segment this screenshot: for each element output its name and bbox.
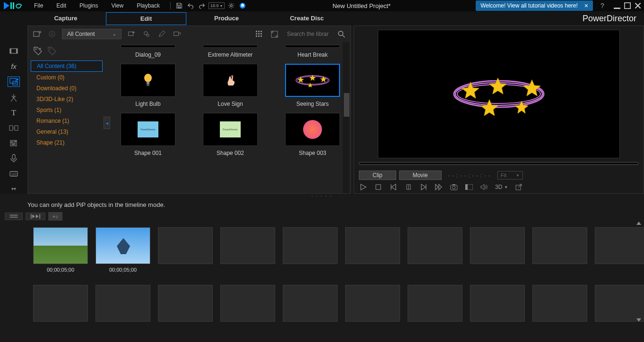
library-thumbnail[interactable]: PowerDirector — [121, 113, 175, 146]
audio-mixing-room-icon[interactable] — [8, 138, 20, 148]
prev-frame-icon[interactable] — [389, 183, 398, 191]
library-item[interactable]: Shape 003 — [279, 113, 346, 156]
clip-thumbnail[interactable] — [33, 227, 88, 264]
title-room-icon[interactable]: T — [8, 108, 20, 118]
volume-icon[interactable] — [480, 183, 488, 191]
tutorial-banner-close-icon[interactable]: × — [584, 2, 588, 9]
help-icon[interactable]: ? — [598, 1, 607, 10]
tag-manage-icon[interactable] — [47, 46, 57, 56]
library-thumbnail[interactable] — [203, 45, 258, 48]
empty-slot[interactable] — [532, 285, 587, 322]
category-item[interactable]: All Content (36) — [31, 60, 103, 72]
minimize-icon[interactable] — [614, 2, 620, 9]
library-item[interactable]: Love Sign — [197, 64, 263, 107]
expand-rooms-icon[interactable]: ▾▾ — [8, 184, 20, 194]
tag-icon[interactable] — [33, 46, 43, 56]
library-item[interactable]: PowerDirectorShape 002 — [197, 113, 263, 156]
search-icon[interactable] — [336, 29, 347, 39]
library-item[interactable]: Seeing Stars — [279, 64, 346, 107]
tutorial-banner[interactable]: Welcome! View all tutorial videos here! … — [476, 0, 593, 11]
modify-pip-icon[interactable] — [141, 29, 152, 39]
voiceover-room-icon[interactable] — [8, 154, 20, 163]
chapter-room-icon[interactable]: 123 — [8, 169, 20, 179]
clip-thumbnail[interactable] — [96, 227, 150, 264]
empty-slot[interactable] — [470, 285, 525, 322]
library-thumbnail[interactable] — [121, 64, 175, 97]
library-thumbnail[interactable] — [285, 45, 340, 48]
mode-tab-create-disc[interactable]: Create Disc — [267, 12, 347, 25]
play-icon[interactable] — [359, 183, 367, 191]
menu-edit[interactable]: Edit — [50, 1, 73, 10]
preview-quality-icon[interactable] — [465, 183, 473, 191]
category-item[interactable]: Sports (1) — [31, 105, 103, 115]
library-thumbnail[interactable] — [285, 64, 340, 97]
menu-view[interactable]: View — [104, 1, 130, 10]
undock-preview-icon[interactable] — [514, 183, 523, 191]
library-item[interactable]: Light Bulb — [115, 64, 181, 107]
undo-icon[interactable] — [186, 1, 195, 10]
storyboard-view-button[interactable] — [26, 213, 45, 220]
close-icon[interactable] — [635, 2, 641, 9]
save-icon[interactable] — [174, 1, 184, 10]
search-input[interactable] — [284, 29, 331, 39]
step-back-icon[interactable] — [404, 183, 413, 191]
empty-slot[interactable] — [158, 285, 213, 322]
pip-room-icon[interactable] — [8, 77, 20, 87]
library-item[interactable]: Heart Break — [279, 45, 346, 58]
preview-canvas[interactable] — [378, 30, 620, 158]
mode-tab-capture[interactable]: Capture — [26, 12, 106, 25]
redo-icon[interactable] — [197, 1, 207, 10]
empty-slot[interactable] — [158, 227, 213, 264]
download-content-icon[interactable] — [47, 29, 57, 39]
fx-room-icon[interactable]: fx — [8, 61, 20, 71]
stop-icon[interactable] — [374, 183, 383, 191]
library-thumbnail[interactable] — [285, 113, 340, 146]
empty-slot[interactable] — [532, 227, 587, 264]
import-media-icon[interactable] — [32, 29, 42, 39]
empty-slot[interactable] — [33, 285, 88, 322]
category-item[interactable]: Shape (21) — [31, 137, 103, 148]
notification-bell-icon[interactable] — [238, 1, 247, 10]
settings-icon[interactable] — [226, 1, 236, 10]
category-item[interactable]: General (13) — [31, 127, 103, 137]
empty-slot[interactable] — [408, 285, 462, 322]
media-room-icon[interactable] — [8, 46, 20, 56]
maximize-icon[interactable] — [624, 2, 631, 9]
library-scrollbar-thumb[interactable] — [344, 93, 349, 117]
library-item[interactable]: PowerDirectorShape 001 — [115, 113, 181, 156]
content-filter-dropdown[interactable]: All Content⌄ — [62, 29, 122, 39]
fast-forward-icon[interactable] — [435, 183, 443, 191]
upload-icon[interactable] — [172, 29, 182, 39]
empty-slot[interactable] — [283, 227, 338, 264]
snapshot-icon[interactable] — [450, 183, 458, 191]
library-thumbnail[interactable]: PowerDirector — [203, 113, 258, 146]
category-item[interactable]: Romance (1) — [31, 116, 103, 126]
storyboard-clip[interactable]: 00;00;05;00 — [33, 227, 88, 274]
empty-slot[interactable] — [220, 227, 275, 264]
category-item[interactable]: Custom (0) — [31, 72, 103, 83]
mode-tab-produce[interactable]: Produce — [186, 12, 267, 25]
3d-toggle[interactable]: 3D▼ — [495, 184, 508, 190]
next-frame-icon[interactable] — [419, 183, 428, 191]
empty-slot[interactable] — [408, 227, 462, 264]
category-item[interactable]: Downloaded (0) — [31, 83, 103, 94]
mode-tab-edit[interactable]: Edit — [106, 12, 186, 25]
storyboard-scrollbar[interactable] — [635, 222, 642, 322]
preview-seekbar[interactable] — [359, 162, 639, 165]
grid-view-icon[interactable] — [254, 29, 264, 39]
menu-plugins[interactable]: Plugins — [73, 1, 104, 10]
menu-file[interactable]: File — [27, 1, 50, 10]
edit-icon[interactable] — [157, 29, 167, 39]
empty-slot[interactable] — [96, 285, 150, 322]
empty-slot[interactable] — [283, 285, 338, 322]
timeline-view-button[interactable] — [5, 213, 23, 220]
empty-slot[interactable] — [220, 285, 275, 322]
movie-mode-tab[interactable]: Movie — [399, 171, 442, 180]
empty-slot[interactable] — [345, 227, 400, 264]
storyboard-clip[interactable]: 00;00;05;00 — [96, 227, 150, 274]
library-thumbnail[interactable] — [121, 45, 175, 48]
library-item[interactable]: Extreme Altimeter — [197, 45, 263, 58]
transition-room-icon[interactable] — [8, 123, 20, 133]
add-music-button[interactable]: +♪ — [48, 212, 62, 221]
menu-playback[interactable]: Playback — [130, 1, 166, 10]
